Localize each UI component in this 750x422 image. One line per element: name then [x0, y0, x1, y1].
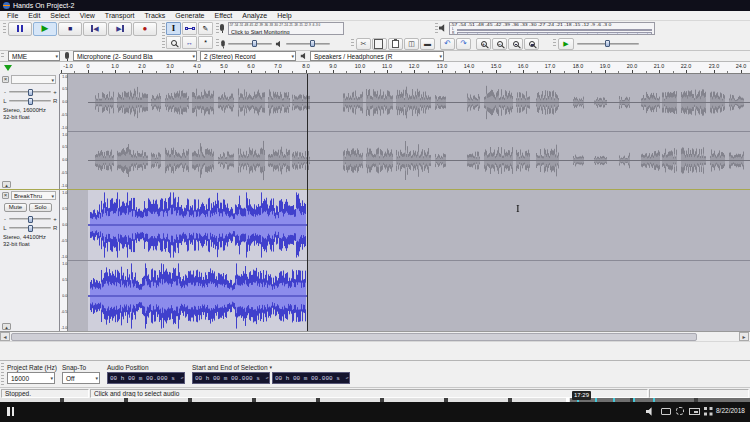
snap-to-label: Snap-To: [62, 363, 100, 372]
pan-slider[interactable]: LR: [3, 97, 57, 105]
skip-to-start-button[interactable]: ◀: [83, 22, 107, 36]
horizontal-scrollbar[interactable]: ◂ ▸: [0, 331, 750, 341]
project-rate-select[interactable]: 16000: [7, 372, 55, 384]
zoom-tool-icon: [171, 40, 177, 46]
record-button[interactable]: ●: [133, 22, 157, 36]
toolbar-grip[interactable]: [553, 39, 556, 48]
selection-mode-dropdown[interactable]: Start and End of Selection▾: [192, 363, 350, 372]
play-button[interactable]: ▶: [33, 22, 57, 36]
recording-channels-select[interactable]: 2 (Stereo) Record: [200, 51, 296, 61]
menu-analyze[interactable]: Analyze: [237, 11, 272, 21]
track-name-dropdown[interactable]: ▾: [11, 75, 56, 84]
paste-button[interactable]: [388, 38, 403, 50]
track-name-dropdown[interactable]: BreakThru▾: [11, 191, 56, 200]
track-collapse-button[interactable]: ▴: [2, 323, 11, 330]
copy-button[interactable]: [372, 38, 387, 50]
quickplay-pointer-icon[interactable]: [4, 65, 12, 71]
track-2-waveform-left[interactable]: [68, 190, 750, 260]
fit-project-button[interactable]: [524, 38, 539, 50]
playback-device-select[interactable]: Speakers / Headphones (R: [310, 51, 444, 61]
scrollbar-thumb[interactable]: [11, 333, 697, 341]
silence-audio-button[interactable]: ▬: [420, 38, 435, 50]
recording-meter[interactable]: -57 -54 -51 -48 -45 -42 -39 -36 -33 -30 …: [228, 22, 344, 35]
track-1-waveform-right[interactable]: [68, 132, 750, 189]
captions-icon[interactable]: [661, 408, 671, 415]
video-pause-button[interactable]: [7, 407, 14, 416]
snap-to-select[interactable]: Off: [62, 372, 100, 384]
zoom-tool-button[interactable]: [166, 36, 181, 49]
pip-icon[interactable]: [689, 408, 700, 415]
mute-button[interactable]: Mute: [4, 203, 27, 212]
redo-button[interactable]: ↷: [456, 38, 471, 50]
track-2-waveform-right[interactable]: [68, 261, 750, 331]
envelope-tool-button[interactable]: [182, 22, 197, 35]
ruler-label: -1.0: [61, 63, 75, 69]
toolbar-grip[interactable]: [1, 363, 4, 385]
play-at-speed-button[interactable]: ▶: [558, 38, 574, 50]
toolbar-grip[interactable]: [3, 23, 6, 34]
scroll-left-button[interactable]: ◂: [0, 332, 10, 341]
volume-icon[interactable]: [646, 407, 655, 416]
gain-slider[interactable]: -+: [3, 215, 57, 223]
menu-file[interactable]: File: [2, 11, 23, 21]
ruler-label: 19.0: [598, 63, 612, 69]
toolbar-grip[interactable]: [351, 39, 354, 48]
track-1-waveform-left[interactable]: [68, 74, 750, 131]
recording-volume-slider[interactable]: [228, 43, 272, 45]
ruler-label: 18.0: [570, 63, 584, 69]
track-collapse-button[interactable]: ▴: [2, 181, 11, 188]
scroll-right-button[interactable]: ▸: [739, 332, 749, 341]
ruler-label: 3.0: [162, 63, 176, 69]
track-close-button[interactable]: ×: [2, 192, 9, 199]
selection-tool-button[interactable]: I: [166, 22, 181, 35]
edit-cursor: [307, 74, 308, 331]
recording-device-select[interactable]: Microphone (2- Sound Bla: [73, 51, 197, 61]
fit-selection-button[interactable]: [508, 38, 523, 50]
undo-button[interactable]: ↶: [440, 38, 455, 50]
menu-select[interactable]: Select: [45, 11, 74, 21]
playback-volume-slider[interactable]: [286, 43, 330, 45]
ruler-label: 14.0: [462, 63, 476, 69]
playback-meter[interactable]: -57 -54 -51 -48 -45 -42 -39 -36 -33 -30 …: [449, 22, 655, 35]
toolbar-grip[interactable]: [435, 23, 438, 34]
pan-slider[interactable]: LR: [3, 224, 57, 232]
zoom-out-button[interactable]: −: [492, 38, 507, 50]
track-2-panel[interactable]: × BreakThru▾ Mute Solo -+ LR Stereo, 441…: [0, 190, 60, 331]
trim-audio-button[interactable]: ◫: [404, 38, 419, 50]
zoom-in-button[interactable]: +: [476, 38, 491, 50]
menu-generate[interactable]: Generate: [170, 11, 209, 21]
skip-to-end-button[interactable]: ▶: [108, 22, 132, 36]
timeline-ruler[interactable]: -1.001.02.03.04.05.06.07.08.09.010.011.0…: [60, 62, 750, 74]
track-close-button[interactable]: ×: [2, 76, 9, 83]
fullscreen-icon[interactable]: [704, 407, 712, 415]
toolbar-grip[interactable]: [162, 23, 165, 48]
menu-view[interactable]: View: [75, 11, 100, 21]
menu-tracks[interactable]: Tracks: [140, 11, 171, 21]
multi-tool-button[interactable]: *: [198, 36, 213, 49]
audio-position-field[interactable]: 00 h 00 m 00.000 s: [107, 372, 185, 384]
pause-button[interactable]: [8, 22, 32, 36]
toolbar-grip[interactable]: [216, 39, 219, 48]
video-seekbar[interactable]: [0, 398, 750, 402]
track-1-clip-area[interactable]: [68, 74, 750, 189]
menu-edit[interactable]: Edit: [23, 11, 45, 21]
audio-host-select[interactable]: MME: [8, 51, 60, 61]
selection-end-field[interactable]: 00 h 00 m 00.000 s: [272, 372, 350, 384]
settings-gear-icon[interactable]: [676, 407, 684, 415]
meter-scale: -57 -54 -51 -48 -45 -42 -39 -36 -33 -30 …: [450, 23, 654, 27]
timeshift-tool-button[interactable]: ↔: [182, 36, 197, 49]
solo-button[interactable]: Solo: [29, 203, 52, 212]
menu-transport[interactable]: Transport: [100, 11, 140, 21]
track-1-panel[interactable]: × ▾ -+ LR Stereo, 16000Hz 32-bit float ▴: [0, 74, 60, 189]
toolbar-grip[interactable]: [216, 23, 219, 34]
stop-button[interactable]: ■: [58, 22, 82, 36]
draw-tool-button[interactable]: ✎: [198, 22, 213, 35]
playback-speed-slider[interactable]: [577, 43, 639, 45]
menu-effect[interactable]: Effect: [210, 11, 238, 21]
track-2-clip-area[interactable]: [68, 190, 750, 331]
selection-start-field[interactable]: 00 h 00 m 00.000 s: [192, 372, 270, 384]
toolbar-grip[interactable]: [1, 53, 4, 59]
menu-help[interactable]: Help: [272, 11, 296, 21]
gain-slider[interactable]: -+: [3, 88, 57, 96]
cut-button[interactable]: ✂: [356, 38, 371, 50]
